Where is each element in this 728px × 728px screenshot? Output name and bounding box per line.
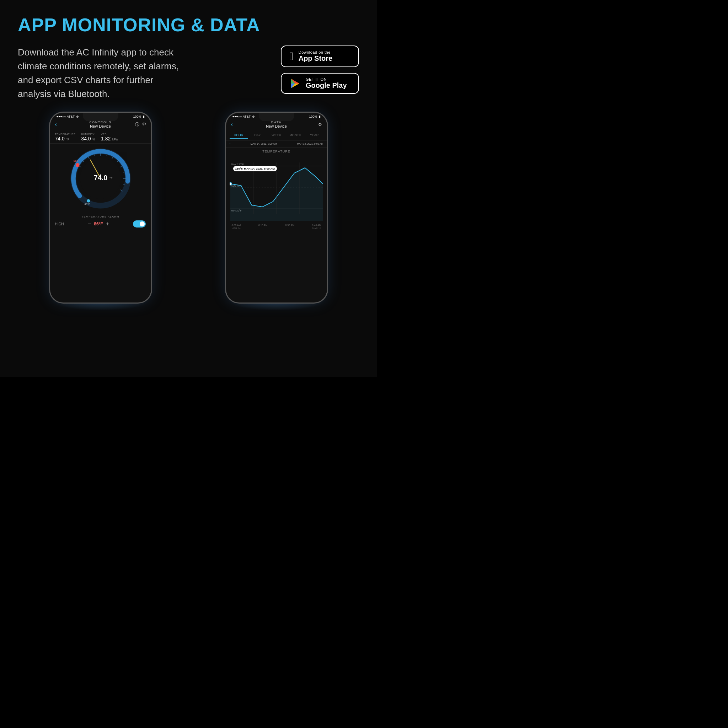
humidity-label: HUMIDITY [81,133,95,135]
humidity-value: 34.0 % [81,135,95,142]
description-text: Download the AC Infinity app to check cl… [18,46,188,101]
data-phone-notch [259,113,294,121]
status-right: 100% ▮ [133,115,144,118]
settings-icon[interactable]: ⚙ [142,122,146,128]
tab-year[interactable]: YEAR [305,132,323,139]
battery-text: 100% [133,115,141,118]
controls-phone-inner: ●●●○○ AT&T ⊜ 4:48PM 100% ▮ ‹ C [50,113,151,303]
temperature-chart: MAX 120°F AVG 75°F MIN 30°F [229,155,323,221]
time-label-0: 8:00 AM [232,224,241,226]
alarm-controls: − 86°F + [88,221,109,227]
alarm-section: TEMPERATURE ALARM HIGH − 86°F + [50,212,151,229]
chart-area: TEMPERATURE 110°F, MAR 14, 2021, 8:00 AM [226,147,327,221]
date-label-3: MAR 14 [312,227,321,229]
temperature-sensor: TEMPERATURE 74.0 °F [55,133,76,142]
controls-screen: ‹ CONTROLS New Device ⓘ ⚙ TEMPERATURE [50,118,151,298]
app-store-button[interactable]:  Download on the App Store [281,46,359,67]
alarm-minus-button[interactable]: − [88,221,91,227]
alarm-title: TEMPERATURE ALARM [55,215,146,218]
date-label-0: MAR 14 [232,227,241,229]
alarm-plus-button[interactable]: + [106,221,109,227]
alarm-high-value: 86°F [94,222,103,226]
svg-point-24 [87,199,90,203]
battery-icon: ▮ [143,115,145,118]
data-screen: ‹ DATA New Device ⚙ HOUR DAY WEEK MONTH … [226,118,327,298]
google-play-button[interactable]: GET IT ON Google Play [281,73,359,94]
data-status-left: ●●●○○ AT&T ⊜ [232,115,255,118]
google-play-text: GET IT ON Google Play [306,77,347,90]
alarm-row: HIGH − 86°F + [55,220,146,228]
controls-phone: ●●●○○ AT&T ⊜ 4:48PM 100% ▮ ‹ C [49,112,152,304]
humidity-sensor: HUMIDITY 34.0 % [81,133,95,142]
temp-value: 74.0 °F [55,135,76,142]
data-carrier-text: ●●●○○ AT&T [232,115,251,118]
carrier-text: ●●●○○ AT&T [57,115,75,118]
app-store-bottom-label: App Store [298,54,333,63]
data-wifi-icon: ⊜ [252,115,255,118]
phone-notch [83,113,118,121]
google-play-icon [289,78,301,89]
alarm-high-label: HIGH [55,222,64,226]
date-start: MAR 14, 2021, 8:00 AM [251,142,277,145]
data-battery-icon: ▮ [319,115,321,118]
time-label-1: 8:15 AM [258,224,268,226]
tab-hour[interactable]: HOUR [229,132,248,139]
data-battery-text: 100% [309,115,317,118]
app-store-top-label: Download on the [298,50,333,54]
vpd-value: 1.82 kPa [101,135,118,142]
data-phone-wrapper: ●●●○○ AT&T ⊜ 4:48PM 100% ▮ ‹ D [225,112,328,304]
svg-point-23 [75,163,79,167]
status-left: ●●●○○ AT&T ⊜ [57,115,79,118]
data-phone-inner: ●●●○○ AT&T ⊜ 4:48PM 100% ▮ ‹ D [226,113,327,303]
data-device: New Device [226,124,327,128]
time-label-3: 8:45 AM [312,224,321,226]
apple-icon:  [289,50,294,63]
content-row: Download the AC Infinity app to check cl… [18,46,359,101]
alarm-toggle[interactable] [133,220,146,228]
vpd-sensor: VPD 1.82 kPa [101,133,118,142]
gauge-container: 🌡 74.0 °F 86°F 40°F [50,147,151,210]
data-status-right: 100% ▮ [309,115,320,118]
back-button[interactable]: ‹ [55,121,57,128]
phones-section: ●●●○○ AT&T ⊜ 4:48PM 100% ▮ ‹ C [18,112,359,304]
page: APP MONITORING & DATA Download the AC In… [0,0,377,377]
temp-label: TEMPERATURE [55,133,76,135]
store-buttons:  Download on the App Store [281,46,359,94]
period-tabs: HOUR DAY WEEK MONTH YEAR [226,130,327,141]
data-phone: ●●●○○ AT&T ⊜ 4:48PM 100% ▮ ‹ D [225,112,328,304]
chart-title: TEMPERATURE [229,150,323,153]
data-settings-icon[interactable]: ⚙ [318,122,322,127]
date-end: MAR 14, 2021, 9:00 AM [297,142,323,145]
tab-day[interactable]: DAY [248,132,267,139]
time-label-2: 8:30 AM [285,224,294,226]
page-title: APP MONITORING & DATA [18,14,359,35]
info-icon[interactable]: ⓘ [135,122,139,128]
controls-phone-wrapper: ●●●○○ AT&T ⊜ 4:48PM 100% ▮ ‹ C [49,112,152,304]
app-store-text: Download on the App Store [298,50,333,63]
wifi-icon: ⊜ [76,115,79,118]
data-back-button[interactable]: ‹ [231,121,233,128]
svg-point-38 [229,182,232,185]
date-back-chevron[interactable]: ‹ [229,142,231,145]
chart-time-labels: 8:00 AM 8:15 AM 8:30 AM 8:45 AM [229,223,323,226]
svg-text:40°F: 40°F [84,203,90,206]
sensor-row: TEMPERATURE 74.0 °F HUMIDITY 34.0 [50,130,151,144]
svg-text:86°F: 86°F [73,159,79,162]
date-range: ‹ MAR 14, 2021, 8:00 AM MAR 14, 2021, 9:… [226,141,327,147]
svg-text:°F: °F [110,177,112,180]
svg-text:74.0: 74.0 [93,174,107,182]
google-play-bottom-label: Google Play [306,81,347,90]
chart-date-labels: MAR 14 MAR 14 [229,226,323,229]
vpd-label: VPD [101,133,118,135]
svg-text:MAX 120°F: MAX 120°F [231,163,244,166]
chart-container: 110°F, MAR 14, 2021, 8:00 AM MAX 120°F A… [229,155,323,219]
google-play-top-label: GET IT ON [306,77,347,81]
tab-month[interactable]: MONTH [286,132,304,139]
tab-week[interactable]: WEEK [267,132,286,139]
controls-icons: ⓘ ⚙ [135,122,146,128]
gauge-svg: 🌡 74.0 °F 86°F 40°F [69,147,133,210]
chart-tooltip: 110°F, MAR 14, 2021, 8:00 AM [233,166,277,171]
